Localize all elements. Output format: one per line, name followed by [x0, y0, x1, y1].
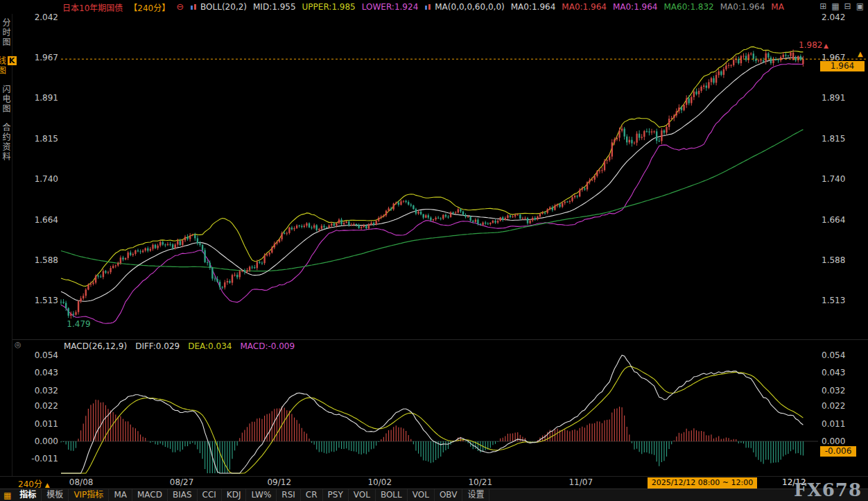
macd-axis-label-right: 0.032	[822, 386, 845, 396]
ma-group-label: MA(0,0,0,60,0,0)	[435, 2, 504, 12]
layout-split-icon[interactable]: ⊟	[844, 1, 851, 12]
x-axis-label: 08/27	[170, 477, 194, 487]
tab-bias[interactable]: BIAS	[168, 489, 198, 501]
tab-vip-indicators[interactable]: VIP指标	[69, 489, 109, 501]
macd-axis-label-right: 0.043	[822, 368, 845, 377]
price-axis-label-left: 1.967	[35, 53, 58, 62]
watermark: FX678	[794, 479, 862, 500]
macd-axis-label-left: 0.000	[35, 436, 58, 446]
x-axis-row: 240分 ▲ 2025/12/12 08:00 ~ 12:00 五 12/12 …	[0, 476, 868, 489]
price-axis-label-left: 1.815	[35, 134, 58, 144]
ma-value-2: MA0:1.964	[613, 2, 658, 12]
macd-hist-value: MACD:-0.009	[240, 341, 295, 351]
alert-icon[interactable]: ⊖	[176, 2, 184, 12]
tab-kdj[interactable]: KDJ	[222, 489, 247, 501]
tab-cr[interactable]: CR	[301, 489, 323, 501]
x-axis-label: 11/07	[568, 477, 593, 487]
tab-cci[interactable]: CCI	[198, 489, 222, 501]
x-axis-label: 09/12	[267, 477, 291, 487]
macd-dea-value: DEA:0.034	[188, 341, 232, 351]
top-bar: 日本10年期国债 【240分】 ⊖ BOLL(20,2) MID:1.955 U…	[0, 0, 868, 14]
pane-toggle-icon[interactable]: ◎	[15, 340, 21, 349]
timeframe-selector-label: 240分	[18, 479, 42, 489]
high-marker-arrow-icon: ▲	[824, 42, 828, 49]
price-axis-label-right: 2.042	[822, 12, 845, 22]
price-axis-label-right: 1.513	[822, 296, 845, 305]
sidebar-item-label: 线图	[0, 56, 6, 76]
bottom-toolbar: ▦ 指标模板VIP指标MAMACDBIASCCIKDJLW%RSICRPSYVO…	[0, 489, 868, 501]
tab-obv[interactable]: OBV	[435, 489, 463, 501]
sidebar-item-kline-chart[interactable]: K线图	[0, 56, 17, 76]
current-session-label: 2025/12/12 08:00 ~ 12:00 五	[648, 477, 757, 489]
tab-templates[interactable]: 模板	[42, 489, 69, 501]
kline-badge: K	[8, 56, 17, 65]
x-axis-label: 08/08	[69, 477, 94, 487]
low-price-marker: 1.479	[67, 319, 90, 329]
macd-axis-label-right: 0.011	[822, 419, 845, 429]
tab-settings[interactable]: 设置	[462, 489, 489, 501]
last-price-arrow-icon: ▲	[858, 50, 863, 58]
layout-grid-icon[interactable]: ⊞	[819, 1, 826, 12]
dropdown-up-icon: ▲	[45, 482, 50, 489]
tab-lw[interactable]: LW%	[246, 489, 277, 501]
x-axis-label: 10/21	[468, 477, 492, 487]
tab-boll[interactable]: BOLL	[376, 489, 408, 501]
ma-value-3: MA60:1.832	[664, 2, 714, 12]
macd-info-row: MACD(26,12,9) DIFF:0.029 DEA:0.034 MACD:…	[64, 341, 295, 351]
ma-value-4: MA0:1.964	[720, 2, 765, 12]
macd-axis-label-left: 0.054	[35, 350, 58, 360]
price-axis-label-right: 1.664	[822, 215, 845, 225]
indicator-grid-icon[interactable]: ▦	[3, 491, 11, 500]
tab-ma[interactable]: MA	[109, 489, 132, 501]
layout-tile-icon[interactable]: ▦	[831, 1, 839, 12]
macd-axis-label-left: 0.043	[35, 368, 58, 377]
window-layout-icons: ⊞▦⊟▣	[819, 1, 864, 12]
price-axis-label-right: 1.740	[822, 174, 845, 184]
macd-axis-label-left: 0.022	[35, 401, 58, 411]
sidebar-item-label: 闪电图	[1, 85, 10, 114]
instrument-title: 日本10年期国债	[62, 1, 123, 13]
ma-value-5: MA	[771, 2, 784, 12]
price-axis-label-left: 1.740	[35, 174, 58, 184]
sidebar-item-contract-info[interactable]: 合约资料	[0, 123, 12, 162]
ma-value-1: MA0:1.964	[562, 2, 607, 12]
boll-lower-value: LOWER:1.924	[362, 2, 419, 12]
price-axis-label-left: 1.664	[35, 215, 58, 225]
pane-divider	[12, 339, 868, 340]
tab-indicators[interactable]: 指标	[15, 489, 42, 501]
macd-axis-label-right: 0.000	[822, 436, 845, 446]
macd-diff-value: DIFF:0.029	[135, 341, 180, 351]
tab-vol[interactable]: VOL	[349, 489, 376, 501]
timeframe-label: 【240分】	[129, 1, 170, 13]
chart-canvas[interactable]: 1.4791.982▲▲2.0422.0421.9671.9671.8911.8…	[0, 0, 868, 501]
macd-last-box: -0.006	[820, 446, 856, 457]
price-axis-label-right: 1.588	[822, 255, 845, 265]
macd-axis-label-left: 0.032	[35, 386, 58, 396]
macd-axis-label-left: -0.011	[31, 454, 58, 464]
tab-rsi[interactable]: RSI	[277, 489, 301, 501]
layout-single-icon[interactable]: ▣	[856, 1, 864, 12]
last-price-box: 1.964	[820, 61, 865, 71]
x-axis-label: 10/02	[367, 477, 392, 487]
tab-psy[interactable]: PSY	[323, 489, 349, 501]
tab-vol2[interactable]: VOL	[408, 489, 435, 501]
timeframe-selector[interactable]: 240分 ▲	[18, 477, 50, 489]
ma-indicator-icon[interactable]	[424, 3, 432, 11]
boll-upper-value: UPPER:1.985	[302, 2, 356, 12]
boll-indicator-icon[interactable]	[190, 3, 198, 11]
tab-macd[interactable]: MACD	[132, 489, 168, 501]
price-axis-label-left: 2.042	[35, 12, 58, 22]
price-axis-label-left: 1.891	[35, 93, 58, 103]
macd-label: MACD(26,12,9)	[64, 341, 127, 351]
boll-label: BOLL(20,2)	[200, 2, 247, 12]
sidebar: 分时图K线图闪电图合约资料	[0, 14, 12, 489]
price-axis-label-right: 1.891	[822, 93, 845, 103]
price-axis-label-left: 1.513	[35, 296, 58, 305]
sidebar-item-label: 合约资料	[1, 123, 10, 162]
macd-axis-label-left: 0.011	[35, 419, 58, 429]
sidebar-item-flash-chart[interactable]: 闪电图	[0, 85, 12, 114]
price-axis-label-left: 1.588	[35, 255, 58, 265]
boll-mid-value: MID:1.955	[253, 2, 296, 12]
sidebar-item-time-chart[interactable]: 分时图	[0, 18, 12, 47]
price-axis-label-right: 1.815	[822, 134, 845, 144]
